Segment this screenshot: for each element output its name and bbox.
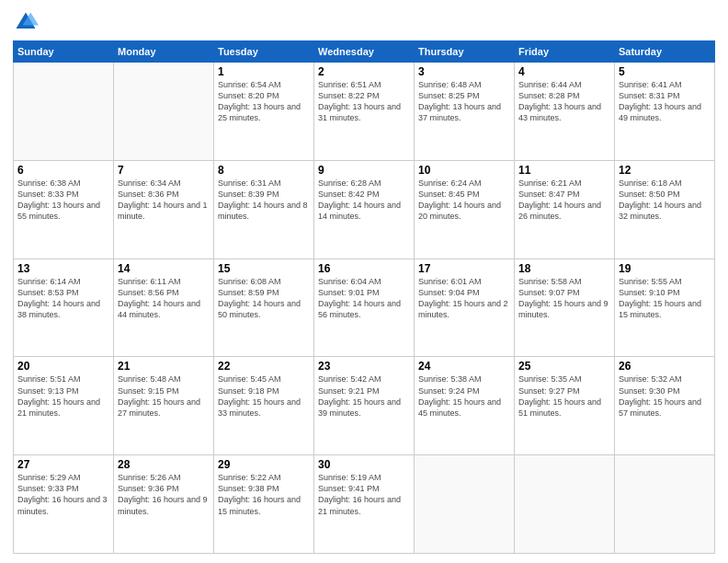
day-info: Sunrise: 6:21 AM Sunset: 8:47 PM Dayligh…	[518, 178, 610, 223]
week-row-2: 13Sunrise: 6:14 AM Sunset: 8:53 PM Dayli…	[14, 259, 715, 357]
day-info: Sunrise: 5:35 AM Sunset: 9:27 PM Dayligh…	[518, 373, 610, 419]
day-info: Sunrise: 6:51 AM Sunset: 8:22 PM Dayligh…	[318, 79, 410, 124]
weekday-header-sunday: Sunday	[14, 41, 114, 63]
day-number: 29	[218, 458, 310, 471]
weekday-header-monday: Monday	[114, 41, 214, 63]
calendar-cell: 22Sunrise: 5:45 AM Sunset: 9:18 PM Dayli…	[214, 357, 314, 455]
calendar-cell: 4Sunrise: 6:44 AM Sunset: 8:28 PM Daylig…	[515, 63, 615, 161]
day-info: Sunrise: 5:45 AM Sunset: 9:18 PM Dayligh…	[218, 373, 310, 419]
calendar-cell: 25Sunrise: 5:35 AM Sunset: 9:27 PM Dayli…	[515, 357, 615, 455]
day-number: 8	[218, 164, 310, 177]
day-info: Sunrise: 6:48 AM Sunset: 8:25 PM Dayligh…	[418, 79, 510, 124]
day-number: 19	[619, 262, 711, 275]
day-info: Sunrise: 6:54 AM Sunset: 8:20 PM Dayligh…	[218, 79, 310, 124]
weekday-header-wednesday: Wednesday	[314, 41, 415, 63]
day-number: 10	[418, 164, 510, 177]
day-info: Sunrise: 5:42 AM Sunset: 9:21 PM Dayligh…	[318, 373, 410, 419]
calendar-cell: 20Sunrise: 5:51 AM Sunset: 9:13 PM Dayli…	[14, 357, 114, 455]
day-info: Sunrise: 6:34 AM Sunset: 8:36 PM Dayligh…	[118, 178, 210, 223]
calendar-cell: 12Sunrise: 6:18 AM Sunset: 8:50 PM Dayli…	[615, 160, 715, 259]
calendar-cell: 8Sunrise: 6:31 AM Sunset: 8:39 PM Daylig…	[214, 160, 314, 259]
day-info: Sunrise: 6:11 AM Sunset: 8:56 PM Dayligh…	[118, 276, 210, 321]
calendar-cell: 29Sunrise: 5:22 AM Sunset: 9:38 PM Dayli…	[214, 455, 314, 554]
weekday-header-tuesday: Tuesday	[214, 41, 314, 63]
calendar-cell: 26Sunrise: 5:32 AM Sunset: 9:30 PM Dayli…	[615, 357, 715, 455]
week-row-1: 6Sunrise: 6:38 AM Sunset: 8:33 PM Daylig…	[14, 160, 715, 259]
calendar-cell: 9Sunrise: 6:28 AM Sunset: 8:42 PM Daylig…	[314, 160, 415, 259]
day-number: 17	[418, 262, 510, 275]
week-row-4: 27Sunrise: 5:29 AM Sunset: 9:33 PM Dayli…	[14, 455, 715, 554]
week-row-0: 1Sunrise: 6:54 AM Sunset: 8:20 PM Daylig…	[14, 63, 715, 161]
calendar: SundayMondayTuesdayWednesdayThursdayFrid…	[13, 40, 715, 554]
day-info: Sunrise: 5:32 AM Sunset: 9:30 PM Dayligh…	[619, 373, 711, 419]
day-number: 20	[17, 360, 109, 373]
day-info: Sunrise: 5:26 AM Sunset: 9:36 PM Dayligh…	[118, 472, 210, 517]
day-info: Sunrise: 6:24 AM Sunset: 8:45 PM Dayligh…	[418, 178, 510, 223]
day-number: 21	[118, 360, 210, 373]
calendar-cell: 14Sunrise: 6:11 AM Sunset: 8:56 PM Dayli…	[114, 259, 214, 357]
day-info: Sunrise: 6:04 AM Sunset: 9:01 PM Dayligh…	[318, 276, 410, 321]
weekday-header-saturday: Saturday	[615, 41, 715, 63]
day-info: Sunrise: 5:48 AM Sunset: 9:15 PM Dayligh…	[118, 373, 210, 419]
day-info: Sunrise: 5:22 AM Sunset: 9:38 PM Dayligh…	[218, 472, 310, 517]
day-info: Sunrise: 5:51 AM Sunset: 9:13 PM Dayligh…	[17, 373, 109, 419]
logo-icon	[13, 9, 39, 35]
header	[13, 9, 715, 35]
day-number: 22	[218, 360, 310, 373]
day-number: 23	[318, 360, 410, 373]
day-number: 14	[118, 262, 210, 275]
day-info: Sunrise: 6:08 AM Sunset: 8:59 PM Dayligh…	[218, 276, 310, 321]
weekday-header-thursday: Thursday	[415, 41, 515, 63]
calendar-cell: 3Sunrise: 6:48 AM Sunset: 8:25 PM Daylig…	[415, 63, 515, 161]
week-row-3: 20Sunrise: 5:51 AM Sunset: 9:13 PM Dayli…	[14, 357, 715, 455]
calendar-cell: 21Sunrise: 5:48 AM Sunset: 9:15 PM Dayli…	[114, 357, 214, 455]
day-info: Sunrise: 6:28 AM Sunset: 8:42 PM Dayligh…	[318, 178, 410, 223]
day-number: 2	[318, 65, 410, 78]
calendar-cell: 16Sunrise: 6:04 AM Sunset: 9:01 PM Dayli…	[314, 259, 415, 357]
day-info: Sunrise: 6:18 AM Sunset: 8:50 PM Dayligh…	[619, 178, 711, 223]
day-info: Sunrise: 6:01 AM Sunset: 9:04 PM Dayligh…	[418, 276, 510, 321]
day-number: 13	[17, 262, 109, 275]
day-info: Sunrise: 6:44 AM Sunset: 8:28 PM Dayligh…	[518, 79, 610, 124]
day-number: 9	[318, 164, 410, 177]
calendar-cell: 2Sunrise: 6:51 AM Sunset: 8:22 PM Daylig…	[314, 63, 415, 161]
weekday-header-row: SundayMondayTuesdayWednesdayThursdayFrid…	[14, 41, 715, 63]
logo	[13, 9, 42, 35]
day-number: 15	[218, 262, 310, 275]
day-number: 18	[518, 262, 610, 275]
calendar-cell: 18Sunrise: 5:58 AM Sunset: 9:07 PM Dayli…	[515, 259, 615, 357]
day-number: 1	[218, 65, 310, 78]
day-number: 30	[318, 458, 410, 471]
calendar-cell: 11Sunrise: 6:21 AM Sunset: 8:47 PM Dayli…	[515, 160, 615, 259]
day-info: Sunrise: 5:58 AM Sunset: 9:07 PM Dayligh…	[518, 276, 610, 321]
day-info: Sunrise: 6:14 AM Sunset: 8:53 PM Dayligh…	[17, 276, 109, 321]
calendar-cell: 7Sunrise: 6:34 AM Sunset: 8:36 PM Daylig…	[114, 160, 214, 259]
calendar-cell: 15Sunrise: 6:08 AM Sunset: 8:59 PM Dayli…	[214, 259, 314, 357]
calendar-cell: 23Sunrise: 5:42 AM Sunset: 9:21 PM Dayli…	[314, 357, 415, 455]
calendar-cell	[515, 455, 615, 554]
day-number: 27	[17, 458, 109, 471]
calendar-cell: 10Sunrise: 6:24 AM Sunset: 8:45 PM Dayli…	[415, 160, 515, 259]
day-number: 7	[118, 164, 210, 177]
calendar-cell	[615, 455, 715, 554]
calendar-cell: 30Sunrise: 5:19 AM Sunset: 9:41 PM Dayli…	[314, 455, 415, 554]
calendar-cell: 1Sunrise: 6:54 AM Sunset: 8:20 PM Daylig…	[214, 63, 314, 161]
day-number: 11	[518, 164, 610, 177]
day-number: 16	[318, 262, 410, 275]
day-info: Sunrise: 6:38 AM Sunset: 8:33 PM Dayligh…	[17, 178, 109, 223]
day-info: Sunrise: 6:31 AM Sunset: 8:39 PM Dayligh…	[218, 178, 310, 223]
calendar-cell: 6Sunrise: 6:38 AM Sunset: 8:33 PM Daylig…	[14, 160, 114, 259]
day-number: 26	[619, 360, 711, 373]
calendar-cell: 19Sunrise: 5:55 AM Sunset: 9:10 PM Dayli…	[615, 259, 715, 357]
calendar-cell: 28Sunrise: 5:26 AM Sunset: 9:36 PM Dayli…	[114, 455, 214, 554]
calendar-cell: 17Sunrise: 6:01 AM Sunset: 9:04 PM Dayli…	[415, 259, 515, 357]
day-number: 6	[17, 164, 109, 177]
calendar-cell	[415, 455, 515, 554]
calendar-cell	[14, 63, 114, 161]
calendar-cell: 5Sunrise: 6:41 AM Sunset: 8:31 PM Daylig…	[615, 63, 715, 161]
day-number: 25	[518, 360, 610, 373]
day-number: 5	[619, 65, 711, 78]
day-number: 4	[518, 65, 610, 78]
calendar-cell: 13Sunrise: 6:14 AM Sunset: 8:53 PM Dayli…	[14, 259, 114, 357]
day-number: 24	[418, 360, 510, 373]
